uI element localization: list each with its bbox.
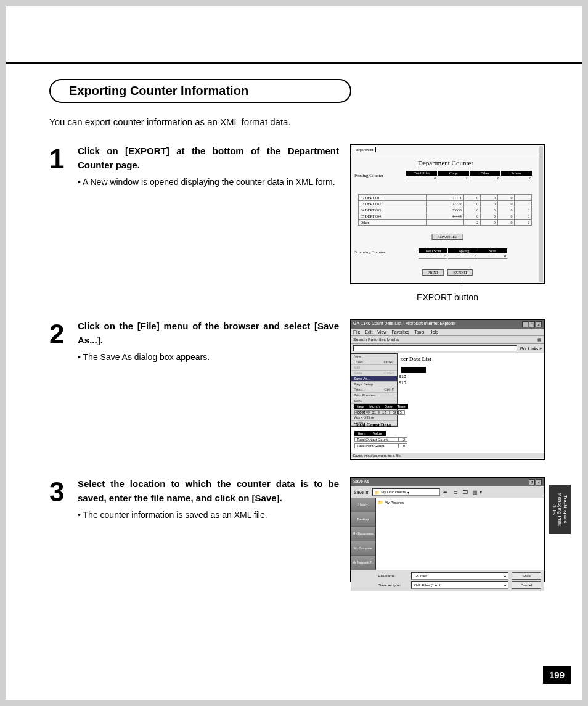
val-copy: 1: [438, 176, 468, 181]
save-button: Save: [512, 572, 541, 580]
chevron-down-icon: ▾: [504, 574, 506, 578]
section-title: Exporting Counter Information: [49, 79, 351, 103]
export-caption: EXPORT button: [350, 292, 545, 302]
item-value-header: Item Value: [354, 431, 386, 436]
cutoff-value-1: 810: [399, 374, 406, 379]
folder-item: My Pictures: [378, 500, 542, 505]
hdr-total-print: Total Print: [406, 171, 437, 176]
page: Exporting Counter Information You can ex…: [6, 6, 582, 700]
step-1-figure: Department Department Counter Printing C…: [350, 144, 545, 302]
val-copying: 5: [448, 253, 477, 259]
step-3: 3 Select the location to which the count…: [49, 477, 545, 582]
browser-addressbar: Go Links »: [351, 344, 544, 353]
table-row: 03 DEPT 002222220000: [359, 201, 532, 207]
advanced-button: ADVANCED: [432, 234, 463, 240]
filename-label: File name:: [378, 574, 408, 578]
menu-item-send: Send: [351, 398, 397, 404]
file-menu-dropdown: New Open...Ctrl+O Edit SaveCtrl+S Save A…: [351, 353, 398, 427]
maximize-icon: □: [529, 321, 535, 327]
dept-tab: Department: [353, 147, 376, 152]
menu-help: Help: [430, 330, 438, 334]
val-scan: 0: [478, 253, 507, 259]
menu-favorites: Favorites: [391, 330, 409, 334]
places-mycomputer: My Computer: [351, 541, 375, 556]
hdr-printer: Printer: [501, 171, 532, 176]
menu-view: View: [377, 330, 386, 334]
links-label: Links »: [528, 347, 542, 351]
dept-counter-screenshot: Department Department Counter Printing C…: [350, 144, 545, 284]
browser-menubar: File Edit View Favorites Tools Help: [351, 329, 544, 336]
menu-item-edit: Edit: [351, 365, 397, 371]
save-as-titlebar: Save As ? ×: [351, 478, 544, 486]
menu-item-save-as: Save As...: [351, 376, 397, 382]
places-desktop: Desktop: [351, 512, 375, 527]
step-2-figure: GA-1140 Count Data List - Microsoft Inte…: [350, 319, 545, 460]
step-2: 2 Click on the [File] menu of the browse…: [49, 319, 545, 460]
ie-logo-icon: ▦: [537, 337, 542, 342]
places-history: History: [351, 498, 375, 512]
savetype-label: Save as type:: [378, 583, 408, 587]
menu-edit: Edit: [365, 330, 372, 334]
places-mynetwork: My Network P...: [351, 556, 375, 570]
printing-counter-label: Printing Counter: [354, 173, 383, 178]
cutoff-value-2: 810: [399, 380, 406, 385]
item-row: Total Print Count 0: [354, 443, 407, 448]
hdr-total-scan: Total Scan: [419, 248, 447, 253]
go-button: Go: [520, 347, 525, 351]
val-total-print: 0: [406, 176, 437, 181]
total-count-data-heading: Total Count Data: [354, 422, 391, 428]
address-field: [353, 345, 517, 351]
table-row: 05 DEPT 004444440000: [359, 213, 532, 220]
chevron-down-icon: ▾: [407, 490, 409, 495]
save-as-title: Save As: [353, 479, 369, 485]
save-in-label: Save in:: [354, 490, 369, 495]
hdr-other: Other: [470, 171, 500, 176]
menu-item-save: SaveCtrl+S: [351, 371, 397, 376]
step-2-number: 2: [49, 319, 71, 460]
dept-counter-heading: Department Counter: [351, 155, 541, 166]
step-3-figure: Save As ? × Save in: 📁 My Documents ▾: [350, 477, 545, 582]
intro-text: You can export counter information as an…: [49, 117, 545, 127]
menu-item-new: New: [351, 354, 397, 359]
toolbar-text: Search Favorites Media: [353, 337, 399, 342]
hdr-copying: Copying: [448, 248, 477, 253]
table-row: Other2002: [359, 220, 532, 226]
step-1-text: 1 Click on [EXPORT] at the bottom of the…: [49, 144, 339, 302]
menu-tools: Tools: [414, 330, 424, 334]
val-other: 0: [470, 176, 500, 181]
top-rule: [6, 62, 582, 64]
filename-field: Counter▾: [411, 572, 508, 580]
step-1-bullet: A New window is opened displaying the co…: [85, 177, 339, 187]
browser-screenshot: GA-1140 Count Data List - Microsoft Inte…: [350, 319, 545, 460]
scan-summary: Total Scan5 Copying5 Scan0: [419, 248, 507, 259]
table-row: 02 DEPT 001111110000: [359, 195, 532, 201]
chevron-down-icon: ▾: [504, 583, 506, 588]
print-summary: Total Print0 Copy1 Other0 Printer2: [406, 171, 532, 181]
close-icon: ×: [536, 479, 542, 485]
page-number: 199: [543, 666, 571, 684]
step-1-title: Click on [EXPORT] at the bottom of the D…: [78, 144, 339, 172]
browser-toolbar: Search Favorites Media ▦: [351, 336, 544, 344]
savetype-field: XML Files (*.xml)▾: [411, 581, 508, 589]
browser-statusbar: Saves this document as a file.: [351, 453, 544, 458]
menu-item-work-offline: Work Offline: [351, 415, 397, 421]
black-header-box: [401, 367, 426, 373]
ymd-values: 2001 01 13 08:13: [354, 410, 405, 415]
table-row: 04 DEPT 003333330000: [359, 207, 532, 213]
print-export-buttons: PRINT EXPORT: [422, 269, 473, 276]
save-as-bottom: File name: Counter▾ Save Save as type: X…: [351, 570, 544, 591]
places-sidebar: History Desktop My Documents My Computer…: [351, 498, 375, 570]
save-in-row: Save in: 📁 My Documents ▾ ⬅ 🗀 🗔 ▦▾: [351, 486, 544, 498]
minimize-icon: _: [522, 321, 528, 327]
ymd-headers: Year Month Date Time: [354, 404, 408, 409]
section-tab: Tracking and Managing Print Jobs: [549, 485, 571, 534]
menu-item-print-preview: Print Preview...: [351, 393, 397, 398]
val-printer: 2: [501, 176, 532, 181]
file-list-area: My Pictures: [375, 498, 544, 570]
export-button: EXPORT: [447, 269, 473, 276]
dept-table: 02 DEPT 001111110000 03 DEPT 00222222000…: [358, 194, 532, 226]
folder-icon: 📁: [375, 490, 379, 495]
step-1: 1 Click on [EXPORT] at the bottom of the…: [49, 144, 545, 302]
step-3-number: 3: [49, 477, 71, 582]
menu-item-page-setup: Page Setup...: [351, 382, 397, 387]
